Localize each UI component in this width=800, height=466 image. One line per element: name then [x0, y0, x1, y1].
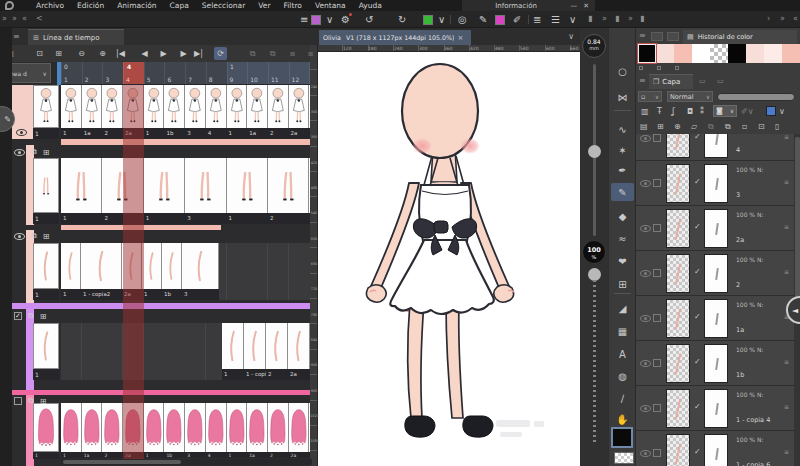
- brush-color-dropdown[interactable]: ∨: [326, 13, 333, 26]
- zoom-display-icon[interactable]: ◎: [458, 13, 467, 26]
- timeline-cel[interactable]: 4: [206, 85, 227, 139]
- onion-color-next-icon[interactable]: ⧈: [304, 47, 317, 60]
- new-layer-icon[interactable]: ▯: [775, 122, 779, 131]
- dock-arrow-icon[interactable]: »: [2, 14, 7, 23]
- inactive-panel-tab-2[interactable]: ▭: [717, 77, 724, 85]
- drawing-canvas[interactable]: [318, 52, 580, 466]
- timeline-zoom-in-icon[interactable]: ⊕: [96, 47, 109, 60]
- ruler-frame-cell[interactable]: 5: [144, 62, 165, 85]
- color-swatch[interactable]: [692, 44, 710, 63]
- new-layer-icon[interactable]: ⧉: [708, 122, 714, 132]
- layer-checkbox[interactable]: [653, 269, 661, 277]
- frame-border-tool[interactable]: ⊞: [609, 275, 636, 293]
- skip-start-icon[interactable]: |◀: [114, 47, 127, 60]
- color-swatch[interactable]: [656, 44, 674, 63]
- ruler-tool[interactable]: ◢: [609, 299, 636, 317]
- menu-item[interactable]: Ayuda: [359, 1, 382, 10]
- layer-visibility-eye-icon[interactable]: [640, 135, 651, 142]
- layer-visibility-eye-icon[interactable]: [640, 405, 651, 412]
- timeline-horizontal-scrollbar[interactable]: [61, 459, 312, 465]
- layer-checkbox[interactable]: [653, 314, 661, 322]
- timeline-cel[interactable]: 1a: [82, 85, 103, 139]
- selection-color-dropdown[interactable]: ∨: [438, 13, 445, 26]
- layer-checkbox[interactable]: [653, 134, 661, 142]
- loop-icon[interactable]: ⟳: [214, 47, 227, 60]
- layer-lock-icon[interactable]: ⁑: [700, 107, 704, 116]
- panel-expand-icon[interactable]: ▮: [615, 14, 619, 23]
- next-frame-icon[interactable]: ▶: [177, 47, 190, 60]
- timeline-cel[interactable]: 1b: [164, 403, 185, 458]
- brush-size-knob[interactable]: [588, 145, 601, 158]
- paint-color-swatch[interactable]: [495, 13, 505, 26]
- timeline-cel[interactable]: 2a: [289, 85, 310, 139]
- track3-add-icon[interactable]: ⊞: [43, 232, 50, 241]
- timeline-cel[interactable]: 1: [222, 323, 244, 380]
- layer-color-mark[interactable]: [766, 106, 776, 116]
- play-icon[interactable]: ▶: [157, 47, 170, 60]
- palette-menu-icon[interactable]: ≡: [300, 13, 308, 26]
- track5-frames[interactable]: 11a22a11b3411a22a1: [61, 403, 312, 458]
- track2-layer-icon[interactable]: ⧉: [31, 147, 37, 157]
- panel-expand-icon[interactable]: ▮: [588, 14, 592, 23]
- ruler-toggle-icon[interactable]: ✐∨: [741, 107, 754, 116]
- color-swatch[interactable]: [728, 44, 746, 63]
- layer-row[interactable]: ✓ 100 % N: 1b ≡: [636, 341, 794, 386]
- track2-frames[interactable]: 1213121: [61, 158, 312, 224]
- layer-options-icon[interactable]: ≡: [784, 403, 789, 410]
- canvas-tab-close-icon[interactable]: ×: [457, 34, 463, 42]
- track4-add-icon[interactable]: ⊞: [40, 312, 47, 321]
- pen-mode-icon[interactable]: ✎: [479, 13, 487, 26]
- layer-checkbox[interactable]: [653, 359, 661, 367]
- layer-options-icon[interactable]: ≡: [784, 448, 789, 455]
- layer-name[interactable]: 4: [736, 146, 740, 154]
- timeline-cel[interactable]: 3: [182, 243, 219, 300]
- selection-color-swatch[interactable]: [423, 13, 433, 26]
- layer-options-icon[interactable]: ≡: [784, 178, 789, 185]
- brush-color-swatch[interactable]: [311, 13, 321, 26]
- layer-name[interactable]: 3: [736, 191, 740, 199]
- layer-name[interactable]: 1 - copia 6: [736, 461, 770, 466]
- color-swatch[interactable]: [710, 44, 728, 63]
- timeline-cel[interactable]: 1: [61, 85, 82, 139]
- menu-item[interactable]: Animación: [117, 1, 156, 10]
- minimize-icon[interactable]: —: [570, 2, 577, 10]
- color-swatch[interactable]: [782, 44, 800, 63]
- new-cel-icon[interactable]: ⊞: [52, 47, 65, 60]
- ruler-frame-cell[interactable]: 11: [268, 62, 289, 85]
- timeline-cel[interactable]: 2: [268, 403, 289, 458]
- line-tool[interactable]: ∕: [609, 389, 636, 407]
- ruler-frame-cell[interactable]: 2: [82, 62, 103, 85]
- layer-color-chevron[interactable]: ∨: [779, 107, 785, 116]
- timeline-cel[interactable]: 1: [61, 158, 102, 224]
- eyedropper-tool[interactable]: ✒: [609, 161, 636, 179]
- menu-item[interactable]: Ver: [258, 1, 270, 10]
- panel-expand-icon[interactable]: «: [793, 14, 798, 23]
- timeline-cel[interactable]: 1: [227, 85, 248, 139]
- layer-checkbox[interactable]: [653, 449, 661, 457]
- pen-tool[interactable]: ✎: [611, 183, 634, 201]
- timeline-cel[interactable]: 2: [268, 85, 289, 139]
- ruler-frame-cell[interactable]: 6: [164, 62, 185, 85]
- timeline-cel[interactable]: 1b: [164, 85, 185, 139]
- inactive-panel-tab-1[interactable]: ▭: [699, 77, 706, 85]
- timeline-cel[interactable]: 2a: [289, 403, 310, 458]
- timeline-cel[interactable]: 3: [185, 85, 206, 139]
- layer-checkbox[interactable]: [653, 224, 661, 232]
- timeline-cel[interactable]: 2: [102, 85, 123, 139]
- timeline-cel[interactable]: 1: [144, 85, 165, 139]
- informacion-window-titlebar[interactable]: Información — ✕: [462, 0, 595, 11]
- menu-item[interactable]: Filtro: [284, 1, 302, 10]
- layer-name[interactable]: 2: [736, 281, 740, 289]
- timeline-cel[interactable]: 4: [206, 403, 227, 458]
- undo-button[interactable]: ↺: [365, 13, 373, 26]
- dock-arrow-icon[interactable]: «: [22, 14, 27, 23]
- layer-name[interactable]: 1 - copia 4: [736, 416, 770, 424]
- panel-expand-icon[interactable]: »: [602, 14, 607, 23]
- layer-row[interactable]: ✓ 100 % N: 2a ≡: [636, 206, 794, 251]
- panel-expand-icon[interactable]: »: [628, 14, 633, 23]
- prev-frame-icon[interactable]: ◀: [138, 47, 151, 60]
- menu-item[interactable]: Seleccionar: [202, 1, 245, 10]
- track2-visibility-eye-icon[interactable]: [14, 149, 25, 156]
- ruler-frame-cell[interactable]: 7: [185, 62, 206, 85]
- layer-checkbox[interactable]: [653, 179, 661, 187]
